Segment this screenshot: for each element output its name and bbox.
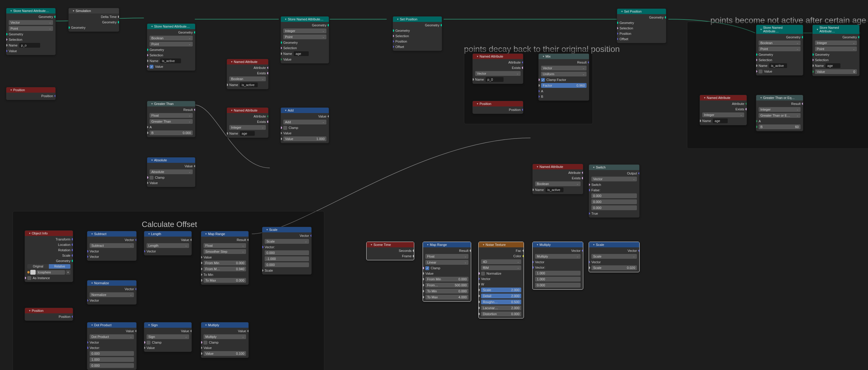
domain-select[interactable]: Point⌄	[9, 26, 53, 31]
node-named-attribute-5[interactable]: ▾Named Attribute Attribute Exists Boolea…	[532, 164, 583, 194]
object-swatch[interactable]	[30, 270, 36, 275]
node-dot-product[interactable]: ▾Dot Product Value Dot Product⌄ Vector V…	[87, 322, 137, 370]
type-select[interactable]: Vector⌄	[9, 20, 53, 25]
node-named-attribute-2[interactable]: ▾Named Attribute Attribute Exists Intege…	[226, 107, 269, 138]
mode-relative[interactable]: Relative	[49, 264, 70, 269]
node-object-info[interactable]: ▾Object Info Transform Location Rotation…	[25, 230, 73, 282]
node-header[interactable]: ▾Simulation	[69, 8, 119, 13]
node-noise-texture[interactable]: ▾Noise Texture Fac Color 4D⌄ fBM⌄ Normal…	[478, 242, 524, 318]
node-scene-time[interactable]: ▾Scene Time Seconds Frame	[366, 242, 414, 260]
node-named-attribute-4[interactable]: ▾Named Attribute Attribute Exists Intege…	[700, 95, 747, 125]
node-scale-2[interactable]: ▾Scale Vector Scale⌄ Vector Scale0.020	[589, 242, 640, 272]
node-length[interactable]: ▾Length Value Length⌄ Vector	[144, 231, 192, 255]
object-picker[interactable]: Icosphere	[36, 270, 65, 275]
node-multiply-2[interactable]: ▾Multiply Vector Multiply⌄ Vector Vector…	[532, 242, 583, 290]
node-position-3[interactable]: ▾Position Position	[25, 308, 73, 321]
node-scale-1[interactable]: ▾Scale Vector Scale⌄ Vector: 0.000 -1.00…	[262, 227, 312, 275]
node-absolute[interactable]: ▾Absolute Value Absolute⌄ Clamp Value	[147, 157, 195, 187]
node-named-attribute-3[interactable]: ▾Named Attribute Attribute Exists Vector…	[472, 53, 523, 84]
node-named-attribute-1[interactable]: ▾Named Attribute Attribute Exists Boolea…	[226, 59, 269, 89]
name-input[interactable]: p_o	[19, 43, 40, 48]
node-set-position-2[interactable]: ▾Set Position Geometry Geometry Selectio…	[617, 8, 666, 43]
node-position-2[interactable]: ▾Position Position	[472, 101, 523, 114]
value-checkbox[interactable]: ✓	[150, 65, 153, 69]
node-store-named-attribute-2[interactable]: ▾Store Named Attribute… Geometry Boolean…	[147, 23, 195, 71]
node-header[interactable]: ▾Position	[6, 87, 56, 93]
node-header[interactable]: ▾Store Named Attribute…	[6, 8, 56, 13]
frame-label: Calculate Offset	[142, 220, 197, 229]
node-map-range-1[interactable]: ▾Map Range Result Float⌄ Smoother Step⌄ …	[201, 231, 249, 285]
node-position-1[interactable]: ▾Position Position	[6, 87, 56, 100]
node-switch[interactable]: ▾Switch Output Vector⌄ Switch False: 0.0…	[589, 164, 640, 218]
node-store-named-attribute-4[interactable]: ▾Store Named Attribute… Geometry Boolean…	[756, 25, 803, 75]
node-multiply-1[interactable]: ▾Multiply Value Multiply⌄ Clamp Value Va…	[201, 322, 249, 358]
chevron-down-icon: ▾	[10, 9, 12, 12]
mode-original[interactable]: Original	[27, 264, 49, 269]
clear-object-icon[interactable]: ×	[66, 270, 70, 275]
node-map-range-2[interactable]: ▾Map Range Result Float⌄ Linear⌄ ✓Clamp …	[423, 242, 471, 302]
node-subtract[interactable]: ▾Subtract Vector Subtract⌄ Vector Vector	[87, 231, 137, 261]
node-store-named-attribute-5[interactable]: ▾Store Named Attribute… Geometry Integer…	[812, 25, 860, 76]
node-mix[interactable]: ▾Mix Result Vector⌄ Uniform⌄ ✓Clamp Fact…	[538, 53, 589, 101]
node-sign[interactable]: ▾Sign Value Sign⌄ Clamp Value	[144, 322, 192, 352]
node-add[interactable]: ▾Add Value Add⌄ Clamp Value Value1.000	[281, 107, 329, 143]
node-greater-than[interactable]: ▾Greater Than Result Float⌄ Greater Than…	[147, 101, 195, 137]
node-greater-equal[interactable]: ▾Greater Than or Eq… Result Integer⌄ Gre…	[756, 95, 803, 131]
node-set-position-1[interactable]: ▾Set Position Geometry Geometry Selectio…	[393, 16, 442, 51]
node-simulation-1[interactable]: ▾Simulation Delta Time Geometry Geometry	[68, 8, 119, 32]
node-store-named-attribute-3[interactable]: ▾Store Named Attribute… Geometry Integer…	[281, 16, 329, 64]
node-store-named-attribute-1[interactable]: ▾Store Named Attribute… Geometry Vector⌄…	[6, 8, 56, 55]
node-normalize[interactable]: ▾Normalize Vector Normalize⌄ Vector	[87, 280, 137, 305]
